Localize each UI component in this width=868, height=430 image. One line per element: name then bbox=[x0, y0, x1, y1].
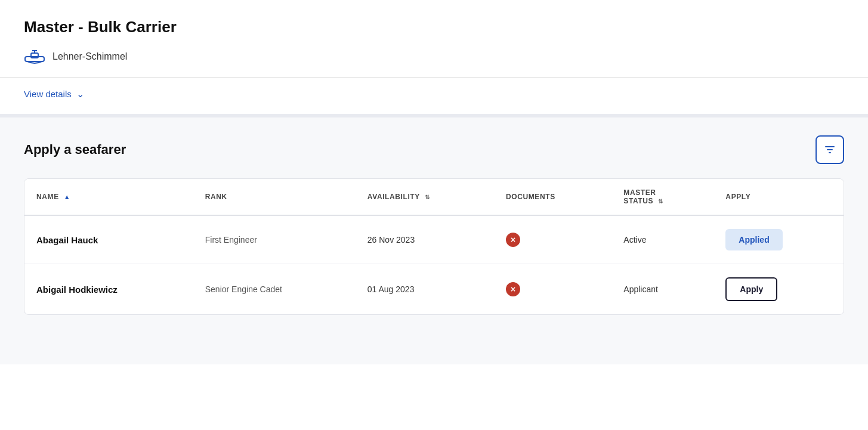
cell-rank-0: First Engineer bbox=[193, 215, 356, 264]
col-availability-label: AVAILABILITY bbox=[367, 193, 420, 201]
cell-apply-0: Applied bbox=[713, 215, 844, 264]
seafarer-table: NAME ▲ RANK AVAILABILITY ⇅ DOCUMENTS MAS bbox=[24, 178, 844, 315]
sort-asc-icon: ▲ bbox=[64, 193, 71, 200]
col-documents-label: DOCUMENTS bbox=[506, 193, 555, 201]
sort-both-icon-availability: ⇅ bbox=[425, 194, 430, 200]
documents-error-icon: × bbox=[506, 233, 520, 247]
documents-error-icon: × bbox=[506, 282, 520, 296]
cell-availability-0: 26 Nov 2023 bbox=[356, 215, 494, 264]
col-master-status[interactable]: MASTERSTATUS ⇅ bbox=[611, 179, 713, 215]
company-name: Lehner-Schimmel bbox=[52, 51, 127, 62]
col-rank-label: RANK bbox=[205, 193, 227, 201]
cell-documents-1: × bbox=[494, 264, 611, 315]
col-name[interactable]: NAME ▲ bbox=[24, 179, 193, 215]
cell-documents-0: × bbox=[494, 215, 611, 264]
col-rank: RANK bbox=[193, 179, 356, 215]
applied-button[interactable]: Applied bbox=[725, 229, 782, 250]
table-header-row: NAME ▲ RANK AVAILABILITY ⇅ DOCUMENTS MAS bbox=[24, 179, 844, 215]
chevron-down-icon: ⌄ bbox=[76, 88, 84, 100]
cell-master-status-0: Active bbox=[611, 215, 713, 264]
col-apply-label: APPLY bbox=[725, 193, 750, 201]
section-title: Apply a seafarer bbox=[24, 142, 126, 157]
sort-both-icon-status: ⇅ bbox=[658, 198, 663, 205]
col-name-label: NAME bbox=[36, 193, 59, 201]
col-availability[interactable]: AVAILABILITY ⇅ bbox=[356, 179, 494, 215]
cell-name-0: Abagail Hauck bbox=[24, 215, 193, 264]
cell-master-status-1: Applicant bbox=[611, 264, 713, 315]
filter-button[interactable] bbox=[816, 135, 844, 164]
table-row: Abagail HauckFirst Engineer26 Nov 2023×A… bbox=[24, 215, 844, 264]
view-details-label: View details bbox=[24, 89, 72, 99]
table-row: Abigail HodkiewiczSenior Engine Cadet01 … bbox=[24, 264, 844, 315]
apply-button[interactable]: Apply bbox=[725, 277, 777, 301]
ship-icon bbox=[24, 48, 45, 65]
cell-apply-1: Apply bbox=[713, 264, 844, 315]
col-apply: APPLY bbox=[713, 179, 844, 215]
col-master-status-label: MASTERSTATUS bbox=[623, 188, 656, 205]
cell-availability-1: 01 Aug 2023 bbox=[356, 264, 494, 315]
job-title: Master - Bulk Carrier bbox=[24, 18, 844, 36]
filter-icon bbox=[824, 144, 836, 156]
col-documents: DOCUMENTS bbox=[494, 179, 611, 215]
view-details-button[interactable]: View details ⌄ bbox=[24, 88, 84, 100]
cell-rank-1: Senior Engine Cadet bbox=[193, 264, 356, 315]
cell-name-1: Abigail Hodkiewicz bbox=[24, 264, 193, 315]
